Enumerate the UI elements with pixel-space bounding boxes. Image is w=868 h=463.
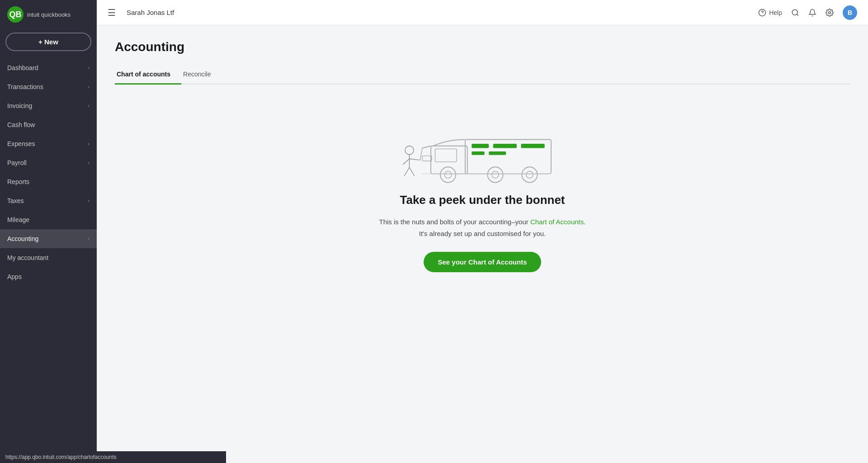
topbar: ☰ Sarah Jonas Ltf Help: [97, 0, 868, 25]
svg-rect-16: [422, 156, 432, 161]
truck-illustration: [396, 112, 568, 193]
svg-line-22: [410, 167, 415, 176]
content-heading: Take a peek under the bonnet: [400, 193, 565, 207]
settings-button[interactable]: [826, 9, 834, 17]
svg-rect-29: [489, 151, 506, 155]
sidebar-item-reports[interactable]: Reports: [0, 172, 97, 191]
svg-text:QB: QB: [9, 10, 22, 19]
content-description: This is the nuts and bolts of your accou…: [379, 216, 586, 239]
sidebar-item-payroll[interactable]: Payroll ›: [0, 153, 97, 172]
sidebar-item-taxes[interactable]: Taxes ›: [0, 191, 97, 210]
sidebar-item-expenses[interactable]: Expenses ›: [0, 134, 97, 153]
svg-line-21: [404, 167, 409, 176]
svg-point-17: [405, 146, 414, 155]
sidebar-item-my-accountant[interactable]: My accountant: [0, 248, 97, 267]
center-content: Take a peek under the bonnet This is the…: [115, 85, 850, 299]
main-container: ☰ Sarah Jonas Ltf Help: [97, 0, 868, 463]
new-button[interactable]: + New: [5, 33, 91, 51]
svg-point-12: [487, 167, 503, 182]
avatar[interactable]: B: [843, 5, 857, 20]
svg-rect-9: [435, 149, 457, 162]
chevron-right-icon: ›: [88, 198, 90, 204]
svg-line-24: [420, 148, 422, 161]
svg-rect-8: [431, 146, 467, 174]
tab-chart-of-accounts[interactable]: Chart of accounts: [115, 65, 181, 85]
logo-area: QB intuit quickbooks: [0, 0, 97, 29]
notifications-button[interactable]: [808, 9, 816, 17]
svg-point-4: [792, 9, 797, 15]
chevron-right-icon: ›: [88, 84, 90, 90]
help-icon: [758, 9, 766, 17]
svg-line-5: [797, 14, 798, 15]
sidebar-item-cashflow[interactable]: Cash flow: [0, 115, 97, 134]
chevron-right-icon: ›: [88, 160, 90, 166]
svg-line-23: [422, 146, 431, 148]
page-title: Accounting: [115, 40, 850, 54]
chevron-right-icon: ›: [88, 141, 90, 147]
statusbar: https://app.qbo.intuit.com/app/chartofac…: [0, 451, 226, 463]
help-button[interactable]: Help: [758, 9, 782, 17]
chart-of-accounts-link[interactable]: Chart of Accounts: [530, 218, 584, 226]
svg-point-13: [492, 171, 499, 178]
company-name: Sarah Jonas Ltf: [127, 9, 751, 16]
sidebar-item-transactions[interactable]: Transactions ›: [0, 77, 97, 96]
hamburger-icon[interactable]: ☰: [108, 7, 116, 18]
logo-text: intuit quickbooks: [27, 11, 71, 18]
svg-line-20: [410, 159, 420, 160]
tab-reconcile[interactable]: Reconcile: [181, 65, 222, 85]
nav-list: Dashboard › Transactions › Invoicing › C…: [0, 58, 97, 286]
gear-icon: [826, 9, 834, 17]
svg-point-14: [522, 167, 537, 182]
svg-point-10: [440, 167, 456, 182]
svg-point-15: [526, 171, 533, 178]
quickbooks-logo: QB: [7, 6, 24, 23]
see-chart-button[interactable]: See your Chart of Accounts: [424, 252, 542, 272]
sidebar-item-accounting[interactable]: Accounting ›: [0, 229, 97, 248]
sidebar-item-dashboard[interactable]: Dashboard ›: [0, 58, 97, 77]
svg-line-19: [403, 159, 409, 164]
chevron-right-icon: ›: [88, 236, 90, 242]
bell-icon: [808, 9, 816, 17]
sidebar: QB intuit quickbooks + New Dashboard › T…: [0, 0, 97, 463]
tabs: Chart of accounts Reconcile: [115, 65, 850, 85]
chevron-right-icon: ›: [88, 65, 90, 71]
svg-rect-26: [493, 144, 517, 148]
svg-point-11: [444, 171, 451, 178]
svg-rect-27: [521, 144, 545, 148]
page-content: Accounting Chart of accounts Reconcile: [97, 25, 868, 463]
search-icon: [791, 9, 799, 17]
svg-point-6: [829, 11, 831, 14]
svg-rect-25: [472, 144, 489, 148]
sidebar-item-mileage[interactable]: Mileage: [0, 210, 97, 229]
topbar-actions: Help B: [758, 5, 857, 20]
sidebar-item-apps[interactable]: Apps: [0, 267, 97, 286]
chevron-right-icon: ›: [88, 103, 90, 109]
sidebar-item-invoicing[interactable]: Invoicing ›: [0, 96, 97, 115]
svg-rect-28: [472, 151, 485, 155]
search-button[interactable]: [791, 9, 799, 17]
